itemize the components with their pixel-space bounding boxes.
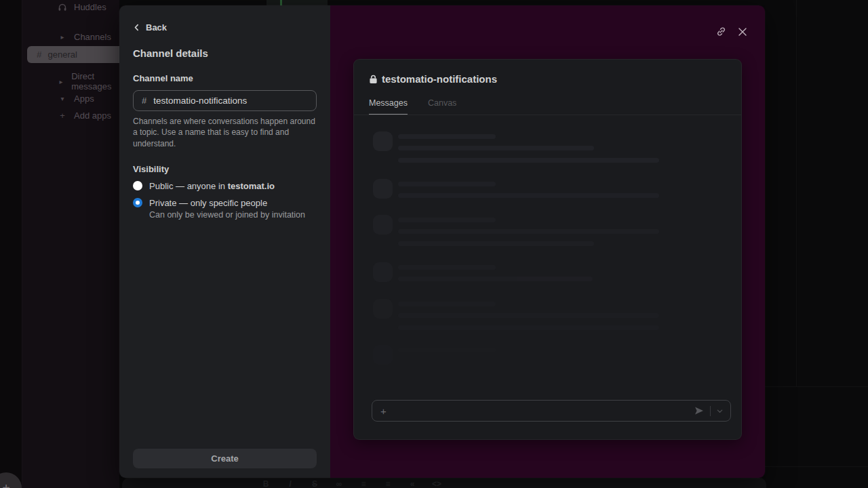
option-label: Public — anyone in testomat.io xyxy=(149,181,275,191)
radio-selected-icon[interactable] xyxy=(133,198,142,207)
bullet-list-icon: ≡ xyxy=(383,479,393,488)
visibility-label: Visibility xyxy=(133,164,317,174)
radio-unselected-icon[interactable] xyxy=(133,181,142,190)
preview-channel-header: testomatio-notifications xyxy=(369,73,497,85)
preview-channel-title: testomatio-notifications xyxy=(382,73,497,85)
chevron-left-icon xyxy=(133,24,140,31)
sidebar: Huddles ▸ Channels ▸ Direct messages ▾ A… xyxy=(22,0,119,488)
channel-preview-card: testomatio-notifications Messages Canvas xyxy=(353,59,742,440)
background-divider xyxy=(765,386,868,387)
chevron-down-icon: ▾ xyxy=(58,95,67,102)
workspace-rail xyxy=(0,0,22,488)
tab-canvas[interactable]: Canvas xyxy=(428,98,456,115)
create-button[interactable]: Create xyxy=(133,449,317,468)
channel-details-panel: Back Channel details Channel name # test… xyxy=(119,5,330,478)
channel-name-input[interactable]: # testomatio-notifications xyxy=(133,90,317,111)
dialog-title: Channel details xyxy=(133,47,317,59)
link-icon: ∞ xyxy=(334,479,344,488)
plus-icon: + xyxy=(58,110,67,121)
strikethrough-icon: S xyxy=(310,479,319,488)
hash-icon: # xyxy=(37,49,42,60)
chevron-right-icon: ▸ xyxy=(58,33,67,41)
background-message-composer: B I S ∞ ≡ ≡ « <> xyxy=(122,478,766,488)
skeleton-avatar xyxy=(373,345,393,365)
close-icon[interactable] xyxy=(737,26,748,37)
sidebar-item-channels[interactable]: ▸ Channels xyxy=(58,32,111,42)
divider xyxy=(710,406,711,416)
sidebar-item-huddles[interactable]: Huddles xyxy=(58,2,106,12)
tabs-divider xyxy=(354,115,741,115)
background-divider xyxy=(765,466,868,467)
chevron-right-icon: ▸ xyxy=(58,78,64,85)
tab-messages[interactable]: Messages xyxy=(369,98,408,115)
create-button-label: Create xyxy=(211,453,238,464)
plus-icon: + xyxy=(2,481,10,488)
private-option-description: Can only be viewed or joined by invitati… xyxy=(149,210,317,220)
code-icon: <> xyxy=(432,479,441,488)
back-button[interactable]: Back xyxy=(133,22,317,33)
option-text: Public — anyone in xyxy=(149,181,225,191)
copy-link-icon[interactable] xyxy=(715,26,727,37)
sidebar-item-label: Channels xyxy=(74,32,111,42)
create-channel-dialog: Back Channel details Channel name # test… xyxy=(119,5,765,478)
sidebar-item-apps[interactable]: ▾ Apps xyxy=(58,94,94,104)
italic-icon: I xyxy=(285,479,295,488)
bold-icon: B xyxy=(261,479,271,488)
sidebar-item-label: Add apps xyxy=(74,110,111,121)
skeleton-avatar xyxy=(373,131,393,151)
channel-name-value: testomatio-notifications xyxy=(153,96,247,106)
sidebar-item-label: Apps xyxy=(74,94,94,104)
screen: Huddles ▸ Channels ▸ Direct messages ▾ A… xyxy=(0,0,868,488)
sidebar-item-add-apps[interactable]: + Add apps xyxy=(58,110,111,121)
background-top-strip-light xyxy=(267,0,328,5)
chevron-down-icon[interactable] xyxy=(716,407,724,415)
plus-icon: + xyxy=(380,405,387,417)
preview-tabs: Messages Canvas xyxy=(369,98,456,115)
channel-preview-panel: testomatio-notifications Messages Canvas xyxy=(330,5,765,478)
skeleton-avatar xyxy=(373,215,393,235)
composer-format-toolbar: B I S ∞ ≡ ≡ « <> xyxy=(261,479,441,488)
blockquote-icon: « xyxy=(408,479,417,488)
sidebar-item-label: Huddles xyxy=(74,2,106,12)
headphones-icon xyxy=(58,3,67,12)
send-icon[interactable] xyxy=(694,405,705,416)
workspace-name: testomat.io xyxy=(228,181,275,191)
skeleton-avatar xyxy=(373,262,393,282)
background-divider xyxy=(796,0,797,386)
preview-message-input[interactable]: + xyxy=(372,400,731,422)
sidebar-item-direct-messages[interactable]: ▸ Direct messages xyxy=(58,71,119,92)
skeleton-avatar xyxy=(373,179,393,199)
skeleton-avatar xyxy=(373,299,393,319)
hash-icon: # xyxy=(142,96,146,106)
visibility-option-private[interactable]: Private — only specific people xyxy=(133,198,317,208)
option-label: Private — only specific people xyxy=(149,198,267,208)
channel-name-helper: Channels are where conversations happen … xyxy=(133,116,317,149)
background-top-strip xyxy=(119,0,868,5)
visibility-option-public[interactable]: Public — anyone in testomat.io xyxy=(133,181,317,191)
sidebar-item-label: Direct messages xyxy=(71,71,119,92)
sidebar-item-general-selected[interactable]: # general xyxy=(27,46,119,63)
top-green-marker xyxy=(280,0,282,5)
background-right-area xyxy=(765,0,868,488)
back-label: Back xyxy=(146,22,167,33)
lock-icon xyxy=(369,75,378,84)
dialog-actions xyxy=(715,26,748,37)
channel-name-label: Channel name xyxy=(133,73,317,83)
sidebar-item-label: general xyxy=(48,49,77,60)
ordered-list-icon: ≡ xyxy=(359,479,368,488)
